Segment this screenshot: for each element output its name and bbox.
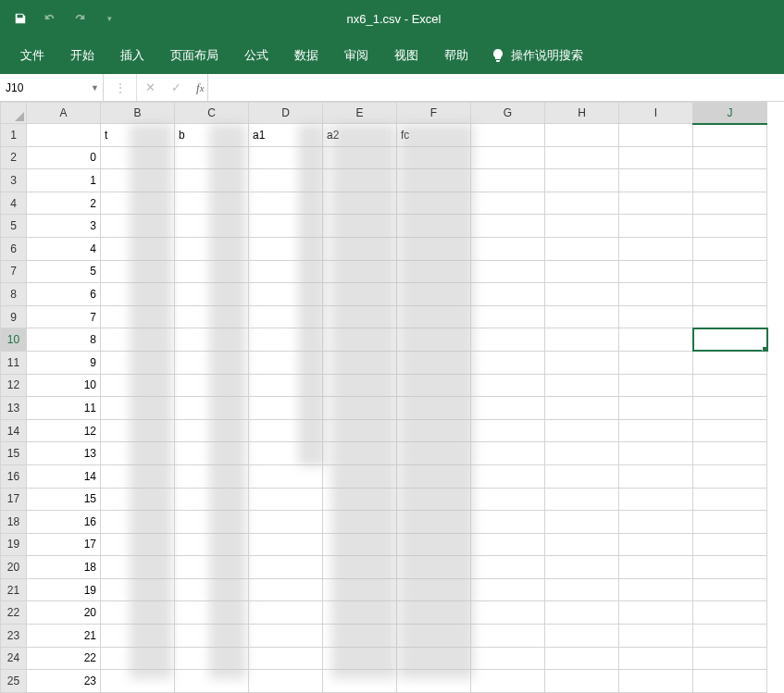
cell[interactable] (249, 511, 323, 534)
cell[interactable] (545, 351, 619, 374)
cell[interactable] (545, 647, 619, 670)
cell[interactable] (249, 328, 323, 352)
cell[interactable] (693, 192, 767, 215)
cell[interactable] (175, 283, 249, 306)
row-header[interactable]: 12 (1, 374, 27, 397)
cell[interactable] (619, 146, 693, 169)
cell[interactable] (693, 283, 767, 306)
spreadsheet-grid[interactable]: A B C D E F G H I J 1tba1a2fc20314253647… (0, 102, 767, 693)
row-header[interactable]: 15 (1, 442, 27, 465)
cell[interactable] (545, 397, 619, 420)
cell[interactable] (619, 601, 693, 625)
cell[interactable] (619, 625, 693, 648)
fx-icon[interactable]: fx (189, 80, 207, 95)
cell[interactable] (175, 305, 249, 328)
cell[interactable] (175, 511, 249, 534)
save-button[interactable] (7, 6, 33, 31)
cell[interactable] (545, 283, 619, 306)
cell[interactable] (693, 260, 767, 283)
tab-page-layout[interactable]: 页面布局 (157, 37, 231, 74)
col-header-B[interactable]: B (101, 103, 175, 124)
name-box-dropdown-icon[interactable]: ▼ (91, 83, 99, 93)
cell[interactable] (545, 419, 619, 442)
cell[interactable]: 12 (27, 419, 101, 442)
col-header-F[interactable]: F (397, 103, 471, 124)
cell[interactable] (619, 283, 693, 306)
cell[interactable] (545, 237, 619, 260)
cell[interactable] (323, 397, 397, 420)
cell[interactable] (101, 351, 175, 374)
cell[interactable] (545, 670, 619, 693)
cell[interactable] (101, 169, 175, 192)
tab-file[interactable]: 文件 (7, 37, 57, 74)
cell[interactable] (101, 146, 175, 169)
cell[interactable] (397, 625, 471, 648)
col-header-J[interactable]: J (693, 103, 767, 124)
cell[interactable] (101, 601, 175, 625)
cell[interactable] (471, 328, 545, 352)
cell[interactable] (693, 124, 767, 147)
cell[interactable] (693, 169, 767, 192)
cell[interactable] (619, 533, 693, 556)
cell[interactable] (323, 419, 397, 442)
row-header[interactable]: 19 (1, 533, 27, 556)
cell[interactable] (693, 305, 767, 328)
cell[interactable] (249, 169, 323, 192)
cell[interactable] (397, 374, 471, 397)
cell[interactable] (397, 533, 471, 556)
row-header[interactable]: 9 (1, 305, 27, 328)
cell[interactable] (323, 578, 397, 601)
cell[interactable]: 19 (27, 578, 101, 601)
enter-button[interactable]: ✓ (163, 80, 189, 94)
cell[interactable] (249, 146, 323, 169)
cell[interactable] (101, 283, 175, 306)
cell[interactable]: 17 (27, 533, 101, 556)
cell[interactable] (323, 146, 397, 169)
cell[interactable] (101, 647, 175, 670)
cell[interactable]: b (175, 124, 249, 147)
cell[interactable] (471, 215, 545, 238)
tab-help[interactable]: 帮助 (431, 37, 481, 74)
cell[interactable] (693, 374, 767, 397)
cell[interactable] (175, 625, 249, 648)
cell[interactable] (619, 374, 693, 397)
col-header-G[interactable]: G (471, 103, 545, 124)
cell[interactable]: 16 (27, 511, 101, 534)
cell[interactable] (619, 169, 693, 192)
cell[interactable] (323, 283, 397, 306)
cell[interactable] (471, 397, 545, 420)
cell[interactable] (693, 488, 767, 511)
col-header-E[interactable]: E (323, 103, 397, 124)
cell[interactable] (471, 533, 545, 556)
cell[interactable] (693, 625, 767, 648)
row-header[interactable]: 6 (1, 237, 27, 260)
cell[interactable]: 21 (27, 625, 101, 648)
cell[interactable]: 15 (27, 488, 101, 511)
cell[interactable] (545, 601, 619, 625)
cell[interactable] (323, 192, 397, 215)
cell[interactable] (545, 305, 619, 328)
cell[interactable] (101, 625, 175, 648)
cell[interactable] (101, 670, 175, 693)
cell[interactable]: fc (397, 124, 471, 147)
cell[interactable] (545, 511, 619, 534)
cell[interactable] (693, 397, 767, 420)
cell[interactable] (693, 556, 767, 579)
cell[interactable] (545, 374, 619, 397)
cell[interactable] (249, 374, 323, 397)
cell[interactable] (27, 124, 101, 147)
cell[interactable]: t (101, 124, 175, 147)
cell[interactable] (397, 578, 471, 601)
cell[interactable] (397, 351, 471, 374)
cell[interactable] (249, 464, 323, 488)
cell[interactable] (471, 556, 545, 579)
cell[interactable] (471, 146, 545, 169)
cell[interactable]: 14 (27, 464, 101, 488)
cell[interactable] (175, 260, 249, 283)
row-header[interactable]: 17 (1, 488, 27, 511)
qat-customize-button[interactable]: ▾ (96, 6, 122, 31)
tab-review[interactable]: 审阅 (331, 37, 381, 74)
cell[interactable] (471, 625, 545, 648)
cell[interactable] (175, 556, 249, 579)
cell[interactable]: 4 (27, 237, 101, 260)
